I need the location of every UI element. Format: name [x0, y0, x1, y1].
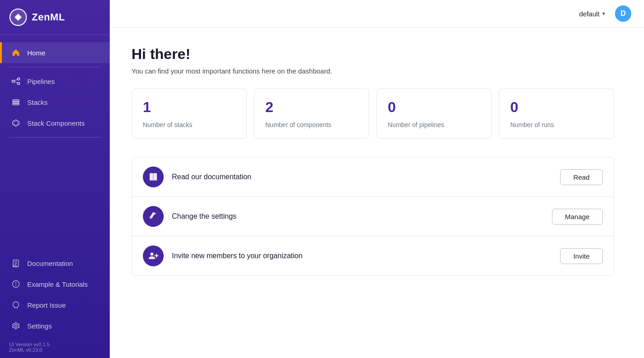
- svg-line-7: [15, 82, 18, 83]
- action-row-invite-members: Invite new members to your organization …: [132, 236, 614, 275]
- svg-point-2: [16, 15, 20, 20]
- svg-point-4: [18, 78, 20, 80]
- action-label-read-docs: Read our documentation: [172, 173, 251, 181]
- action-left-invite-members: Invite new members to your organization: [143, 245, 302, 266]
- read-docs-button[interactable]: Read: [560, 169, 603, 185]
- svg-text:DOC: DOC: [13, 265, 18, 267]
- action-row-change-settings: Change the settings Manage: [132, 197, 614, 236]
- actions-section: Read our documentation Read Change the s…: [132, 157, 614, 276]
- action-label-change-settings: Change the settings: [172, 212, 236, 221]
- stat-value-components: 2: [265, 99, 358, 116]
- manage-settings-button[interactable]: Manage: [552, 209, 603, 225]
- svg-point-24: [151, 253, 154, 256]
- sidebar-item-examples[interactable]: Example & Tutorials: [0, 274, 110, 294]
- stat-label-stacks: Number of stacks: [143, 121, 235, 128]
- stat-value-pipelines: 0: [388, 99, 480, 116]
- stat-card-pipelines: 0 Number of pipelines: [376, 88, 492, 139]
- sidebar-item-stacks[interactable]: Stacks: [0, 92, 110, 113]
- read-docs-icon-circle: [143, 167, 164, 187]
- wrench-icon: [148, 211, 159, 222]
- invite-icon: [148, 250, 159, 261]
- sidebar-item-home[interactable]: Home: [0, 42, 110, 63]
- home-icon: [11, 48, 21, 58]
- action-label-invite-members: Invite new members to your organization: [172, 252, 302, 260]
- svg-point-20: [15, 285, 16, 286]
- avatar[interactable]: D: [615, 5, 631, 22]
- sidebar-nav: Home Pipelines: [0, 35, 110, 249]
- book-icon: [148, 172, 159, 182]
- stacks-icon: [11, 97, 21, 107]
- sidebar: ZenML Home Pipeline: [0, 0, 110, 358]
- pipelines-icon: [11, 76, 21, 86]
- sidebar-item-settings[interactable]: Settings: [0, 315, 110, 336]
- stats-row: 1 Number of stacks 2 Number of component…: [132, 88, 614, 139]
- workspace-name: default: [579, 10, 600, 18]
- action-left-change-settings: Change the settings: [143, 206, 236, 227]
- svg-point-5: [18, 83, 20, 85]
- app-name: ZenML: [32, 11, 65, 23]
- svg-line-6: [15, 79, 18, 81]
- nav-divider-2: [9, 137, 101, 137]
- zenml-logo-icon: [9, 8, 27, 26]
- stat-label-pipelines: Number of pipelines: [388, 121, 480, 128]
- svg-point-23: [150, 217, 151, 219]
- zenml-version: ZenML v0.23.0: [9, 347, 101, 353]
- page-subtitle: You can find your most important functio…: [132, 67, 614, 75]
- sidebar-item-pipelines[interactable]: Pipelines: [0, 71, 110, 92]
- stat-label-components: Number of components: [265, 121, 358, 128]
- svg-rect-10: [13, 103, 19, 105]
- sidebar-footer: UI Version vv0.1.5 ZenML v0.23.0: [0, 336, 110, 358]
- settings-icon: [11, 321, 21, 331]
- svg-rect-9: [13, 102, 19, 103]
- nav-divider-1: [9, 67, 101, 67]
- invite-button[interactable]: Invite: [560, 248, 603, 264]
- sidebar-item-stack-components[interactable]: Stack Components: [0, 113, 110, 133]
- examples-icon: [11, 279, 21, 289]
- report-icon: [11, 300, 21, 310]
- sidebar-item-report[interactable]: Report Issue: [0, 294, 110, 315]
- sidebar-bottom: DOC Documentation Example & Tutorials: [0, 249, 110, 358]
- sidebar-item-documentation[interactable]: DOC Documentation: [0, 253, 110, 274]
- sidebar-item-stacks-label: Stacks: [27, 98, 48, 106]
- stat-label-runs: Number of runs: [510, 121, 603, 128]
- stat-card-components: 2 Number of components: [254, 88, 369, 139]
- ui-version: UI Version vv0.1.5: [9, 342, 101, 347]
- sidebar-item-documentation-label: Documentation: [27, 260, 73, 267]
- page-content: Hi there! You can find your most importa…: [110, 28, 636, 294]
- workspace-selector[interactable]: default ▾: [575, 7, 610, 20]
- sidebar-item-settings-label: Settings: [27, 322, 52, 330]
- sidebar-logo: ZenML: [0, 0, 110, 35]
- topbar: default ▾ D: [110, 0, 644, 28]
- sidebar-item-report-label: Report Issue: [27, 301, 66, 309]
- page-title: Hi there!: [132, 46, 614, 63]
- stat-value-runs: 0: [510, 99, 603, 116]
- stat-card-stacks: 1 Number of stacks: [132, 88, 247, 139]
- main-content: default ▾ D Hi there! You can find your …: [110, 0, 644, 358]
- invite-members-icon-circle: [143, 245, 164, 266]
- svg-marker-12: [14, 121, 18, 125]
- change-settings-icon-circle: [143, 206, 164, 227]
- svg-point-21: [15, 325, 17, 327]
- action-left-read-docs: Read our documentation: [143, 167, 251, 187]
- chevron-down-icon: ▾: [602, 10, 605, 17]
- stack-components-icon: [11, 118, 21, 128]
- sidebar-item-home-label: Home: [27, 49, 45, 57]
- avatar-letter: D: [620, 10, 626, 18]
- sidebar-item-examples-label: Example & Tutorials: [27, 280, 88, 288]
- svg-rect-8: [13, 100, 19, 101]
- action-row-read-docs: Read our documentation Read: [132, 157, 614, 197]
- sidebar-item-pipelines-label: Pipelines: [27, 78, 55, 85]
- documentation-icon: DOC: [11, 258, 21, 268]
- stat-card-runs: 0 Number of runs: [499, 88, 614, 139]
- stat-value-stacks: 1: [143, 99, 235, 116]
- sidebar-item-stack-components-label: Stack Components: [27, 119, 85, 127]
- svg-point-3: [12, 80, 15, 83]
